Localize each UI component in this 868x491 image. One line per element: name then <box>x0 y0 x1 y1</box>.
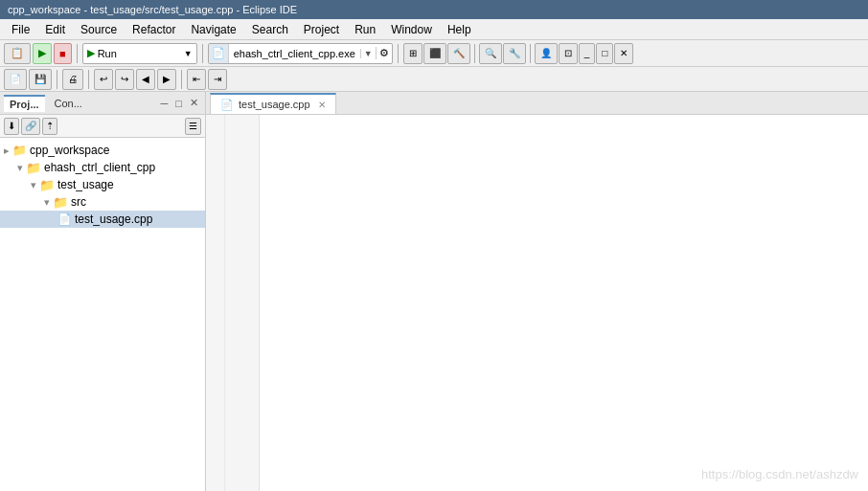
menu-project[interactable]: Project <box>296 21 347 38</box>
new-icon: 📋 <box>10 46 25 61</box>
menu-run[interactable]: Run <box>347 21 383 38</box>
redo-btn[interactable]: ↪ <box>115 69 134 90</box>
menu-bar: File Edit Source Refactor Navigate Searc… <box>0 19 868 40</box>
exe-dropdown[interactable]: ▼ <box>360 49 376 58</box>
stop-button[interactable]: ■ <box>54 43 72 64</box>
editor-tab-cpp[interactable]: 📄 test_usage.cpp ✕ <box>210 93 336 114</box>
sep-t2-2 <box>88 70 89 89</box>
editor-area: 📄 test_usage.cpp ✕ https://blog.csdn.net… <box>206 92 868 491</box>
main-area: Proj... Con... ─ □ ✕ ⬇ 🔗 ⇡ ☰ ▸ 📁 cpp_wor… <box>0 92 868 491</box>
exe-combo[interactable]: 📄 ehash_ctrl_client_cpp.exe ▼ ⚙ <box>208 43 393 64</box>
undo-btn[interactable]: ↩ <box>94 69 113 90</box>
expand-icon-3: ▾ <box>31 179 36 191</box>
tree-src-label: src <box>71 195 86 209</box>
navigate-back-btn[interactable]: ◀ <box>136 69 155 90</box>
perspective-button[interactable]: ⊞ <box>403 43 423 64</box>
title-bar: cpp_workspace - test_usage/src/test_usag… <box>0 0 868 19</box>
editor-tabs: 📄 test_usage.cpp ✕ <box>206 92 868 115</box>
console-button[interactable]: ⬛ <box>423 43 446 64</box>
tree-project-label: cpp_workspace <box>30 144 109 157</box>
navigate-fwd-btn[interactable]: ▶ <box>157 69 176 90</box>
close-button[interactable]: ✕ <box>614 43 633 64</box>
menu-search[interactable]: Search <box>244 21 296 38</box>
sidebar-close-btn[interactable]: ✕ <box>187 96 201 110</box>
tab-file-icon: 📄 <box>220 99 234 111</box>
toolbar-secondary: 📄 💾 🖨 ↩ ↪ ◀ ▶ ⇤ ⇥ <box>0 67 868 92</box>
run-debug-icon: ▶ <box>38 47 46 59</box>
toolbar-sep-4 <box>474 44 475 63</box>
build-button[interactable]: 🔨 <box>447 43 470 64</box>
code-container[interactable] <box>206 115 868 491</box>
menu-navigate[interactable]: Navigate <box>183 21 243 38</box>
tree-test-usage-label: test_usage <box>57 178 114 191</box>
menu-source[interactable]: Source <box>73 21 125 38</box>
save-btn[interactable]: 💾 <box>29 69 52 90</box>
tree-src-folder[interactable]: ▾ 📁 src <box>0 193 205 211</box>
tab-close-btn[interactable]: ✕ <box>318 100 326 110</box>
link-editor-btn[interactable]: 🔗 <box>21 118 40 135</box>
exe-settings[interactable]: ⚙ <box>376 47 392 59</box>
menu-file[interactable]: File <box>4 21 37 38</box>
tree-project-root[interactable]: ▸ 📁 cpp_workspace <box>0 142 205 159</box>
run-icon: ▶ <box>87 47 95 59</box>
expand-icon-4: ▾ <box>44 196 50 209</box>
run-dropdown-icon: ▼ <box>184 49 193 58</box>
menu-refactor[interactable]: Refactor <box>125 21 183 38</box>
menu-edit[interactable]: Edit <box>37 21 73 38</box>
tab-label: test_usage.cpp <box>239 99 310 110</box>
tree-ehash-label: ehash_ctrl_client_cpp <box>44 161 155 174</box>
menu-window[interactable]: Window <box>383 21 440 38</box>
sidebar-menu-btn[interactable]: ☰ <box>185 118 201 135</box>
run-config-combo[interactable]: ▶ Run ▼ <box>82 43 197 64</box>
exe-icon: 📄 <box>209 44 229 63</box>
cpp-file-icon: 📄 <box>57 212 72 226</box>
minimize-button[interactable]: _ <box>579 43 596 64</box>
search-button[interactable]: 🔍 <box>479 43 502 64</box>
gutter-area <box>206 115 225 491</box>
line-numbers <box>225 115 260 491</box>
print-btn[interactable]: 🖨 <box>62 69 83 90</box>
file-tree: ▸ 📁 cpp_workspace ▾ 📁 ehash_ctrl_client_… <box>0 138 205 491</box>
sidebar-tab-console[interactable]: Con... <box>49 96 88 111</box>
new-button[interactable]: 📋 <box>4 43 31 64</box>
watermark: https://blog.csdn.net/ashzdw <box>701 467 858 481</box>
exe-label: ehash_ctrl_client_cpp.exe <box>229 48 360 59</box>
layout-button[interactable]: ⊡ <box>559 43 578 64</box>
code-content[interactable] <box>260 115 868 491</box>
expand-icon-2: ▾ <box>17 162 23 174</box>
sidebar-controls: ─ □ ✕ <box>158 96 201 110</box>
ehash-folder-icon: 📁 <box>26 161 41 175</box>
tree-test-usage-folder[interactable]: ▾ 📁 test_usage <box>0 176 205 193</box>
toolbar-sep-3 <box>398 44 399 63</box>
tree-nav-btn[interactable]: ⇡ <box>42 118 57 135</box>
sep-t2-1 <box>57 70 57 89</box>
tree-ehash-folder[interactable]: ▾ 📁 ehash_ctrl_client_cpp <box>0 159 205 176</box>
run-debug-button[interactable]: ▶ <box>33 43 52 64</box>
toolbar-sep-1 <box>77 44 78 63</box>
toolbar-sep-2 <box>202 44 203 63</box>
stop-icon: ■ <box>59 48 66 59</box>
expand-icon: ▸ <box>4 145 10 157</box>
tools-button[interactable]: 🔧 <box>503 43 526 64</box>
new-file-btn[interactable]: 📄 <box>4 69 27 90</box>
sidebar-right-btns: ☰ <box>185 118 201 135</box>
tree-cpp-file[interactable]: 📄 test_usage.cpp <box>0 211 205 228</box>
toolbar-sep-5 <box>530 44 531 63</box>
sidebar-minimize-btn[interactable]: ─ <box>158 97 171 110</box>
title-text: cpp_workspace - test_usage/src/test_usag… <box>8 4 297 15</box>
project-icon: 📁 <box>12 144 27 157</box>
prev-edit-btn[interactable]: ⇤ <box>187 69 206 90</box>
sep-t2-3 <box>181 70 182 89</box>
next-edit-btn[interactable]: ⇥ <box>208 69 227 90</box>
toolbar-right-icons: ⊞ ⬛ 🔨 🔍 🔧 👤 ⊡ _ □ ✕ <box>403 43 634 64</box>
test-usage-icon: 📁 <box>39 178 55 192</box>
menu-help[interactable]: Help <box>440 21 479 38</box>
sidebar-maximize-btn[interactable]: □ <box>172 97 185 110</box>
sidebar-tab-project[interactable]: Proj... <box>4 95 45 112</box>
run-label: Run <box>98 48 117 59</box>
src-icon: 📁 <box>53 195 68 210</box>
profile-button[interactable]: 👤 <box>535 43 558 64</box>
gutter-row <box>206 115 224 132</box>
collapse-all-btn[interactable]: ⬇ <box>4 118 19 135</box>
maximize-button[interactable]: □ <box>596 43 613 64</box>
